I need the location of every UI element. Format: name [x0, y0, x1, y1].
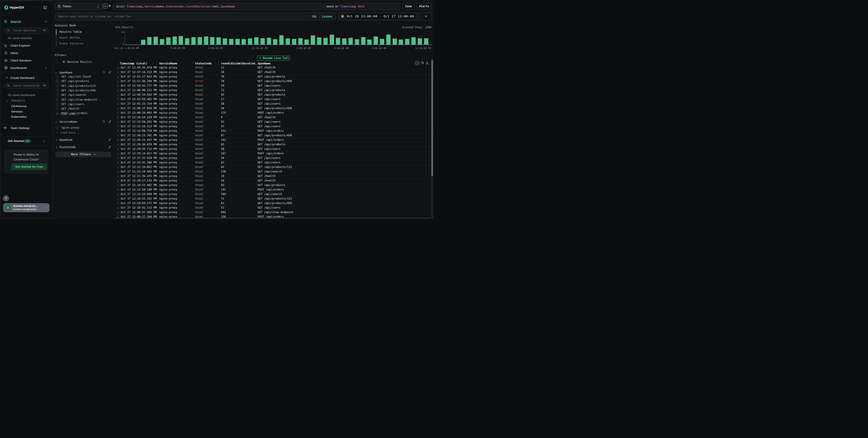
saved-searches-input[interactable]: Saved Searches ⌘K	[4, 28, 49, 34]
row-expand-chevron[interactable]	[117, 171, 118, 173]
filter-group-spanname[interactable]: SpanName	[59, 71, 72, 74]
horizontal-scrollbar[interactable]	[114, 217, 430, 219]
mode-event-patterns[interactable]: Event Patterns	[60, 42, 83, 45]
row-expand-chevron[interactable]	[117, 112, 118, 114]
row-expand-chevron[interactable]	[117, 67, 118, 69]
filter-option[interactable]: GET /health	[0, 107, 59, 111]
row-expand-chevron[interactable]	[117, 71, 118, 73]
histogram-bar[interactable]	[286, 38, 290, 44]
table-row[interactable]: Oct 27 12:59:35.478 PM nginx-proxy Unset…	[114, 66, 431, 70]
histogram-bar[interactable]	[348, 38, 353, 44]
histogram-bar[interactable]	[248, 38, 252, 44]
histogram-bar[interactable]	[154, 37, 158, 44]
pin-icon[interactable]	[108, 145, 111, 148]
histogram-bar[interactable]	[424, 38, 428, 44]
histogram-bar[interactable]	[198, 37, 202, 44]
filter-checkbox[interactable]	[56, 103, 59, 106]
histogram-bar[interactable]	[191, 37, 196, 44]
table-row[interactable]: Oct 27 12:53:17.623 PM nginx-proxy Unset…	[114, 75, 431, 79]
filter-checkbox[interactable]	[56, 98, 59, 101]
row-expand-chevron[interactable]	[117, 198, 118, 200]
histogram-bar[interactable]	[173, 36, 177, 44]
histogram-bar[interactable]	[298, 38, 303, 45]
filter-option[interactable]: POST /api/orders	[0, 111, 59, 116]
table-row[interactable]: Oct 27 12:57:14.313 PM nginx-proxy Unset…	[114, 70, 431, 75]
table-row[interactable]: Oct 27 12:13:24.048 PM nginx-proxy Unset…	[114, 192, 431, 197]
table-row[interactable]: Oct 27 12:21:36.435 PM nginx-proxy Unset…	[114, 174, 431, 179]
chevron-down-icon[interactable]	[55, 72, 57, 73]
save-button[interactable]: Save	[403, 3, 414, 9]
select-query-input[interactable]: SELECT Timestamp,ServiceName,StatusCode,…	[113, 3, 322, 10]
download-icon[interactable]	[425, 61, 429, 65]
table-row[interactable]: Oct 27 12:36:54.210 PM nginx-proxy Unset…	[114, 115, 431, 120]
chevron-up-icon[interactable]	[45, 67, 47, 70]
row-expand-chevron[interactable]	[117, 76, 118, 78]
row-expand-chevron[interactable]	[117, 175, 118, 177]
histogram-bar[interactable]	[179, 36, 183, 44]
filter-option[interactable]: GET /api/search	[0, 93, 59, 98]
row-expand-chevron[interactable]	[117, 148, 118, 150]
row-expand-chevron[interactable]	[117, 162, 118, 164]
row-expand-chevron[interactable]	[117, 85, 118, 87]
source-select[interactable]: Traces	[55, 3, 102, 10]
filter-value-label[interactable]: GET /api/slow-endpoint	[61, 98, 97, 101]
sidebar-item-search[interactable]: Search	[10, 20, 21, 24]
table-row[interactable]: Oct 27 12:32:18.313 PM nginx-proxy Unset…	[114, 124, 431, 129]
filter-checkbox[interactable]	[56, 126, 59, 129]
table-row[interactable]: Oct 27 12:40:20.093 PM nginx-proxy Unset…	[114, 111, 431, 115]
histogram-bar[interactable]	[317, 37, 321, 44]
load-more-button[interactable]: Load more	[61, 112, 75, 116]
row-expand-chevron[interactable]	[117, 80, 118, 82]
row-expand-chevron[interactable]	[117, 157, 118, 159]
histogram-bar[interactable]	[399, 39, 403, 44]
histogram-bar[interactable]	[323, 38, 328, 44]
histogram-bar[interactable]	[374, 36, 378, 44]
table-row[interactable]: Oct 27 12:25:42.306 PM nginx-proxy Unset…	[114, 161, 431, 165]
table-row[interactable]: Oct 27 12:20:27.133 PM nginx-proxy Unset…	[114, 178, 431, 183]
histogram-bar[interactable]	[216, 37, 221, 44]
resume-live-tail-button[interactable]: Resume Live Tail	[257, 56, 290, 61]
column-resize-handle[interactable]	[156, 62, 157, 64]
table-row[interactable]: Oct 27 12:22:10.403 PM nginx-proxy Unset…	[114, 169, 431, 174]
filter-group-servicename[interactable]: ServiceName	[59, 120, 77, 124]
histogram-bar[interactable]	[279, 35, 284, 44]
histogram-bar[interactable]	[418, 38, 422, 44]
row-expand-chevron[interactable]	[117, 139, 118, 141]
table-row[interactable]: Oct 27 12:19:53.482 PM nginx-proxy Unset…	[114, 183, 431, 188]
denoise-label[interactable]: Denoise Results	[67, 60, 92, 64]
pin-icon[interactable]	[108, 120, 111, 123]
table-row[interactable]: Oct 27 12:32:58.201 PM nginx-proxy Unset…	[114, 120, 431, 125]
filter-value-label[interactable]: GET /health	[61, 107, 79, 110]
pin-icon[interactable]	[108, 70, 111, 74]
histogram-bar[interactable]	[405, 39, 409, 44]
row-expand-chevron[interactable]	[117, 194, 118, 195]
histogram-bar[interactable]	[380, 39, 384, 44]
filter-checkbox[interactable]	[56, 107, 59, 110]
filter-value-label[interactable]: nginx-proxy	[61, 126, 79, 129]
histogram-bar[interactable]	[204, 36, 208, 44]
histogram-bar[interactable]	[411, 37, 416, 44]
view-source-icon[interactable]: <>	[415, 61, 419, 65]
filter-option[interactable]: GET /api/users	[0, 102, 59, 107]
row-expand-chevron[interactable]	[117, 189, 118, 191]
row-expand-chevron[interactable]	[117, 116, 118, 119]
table-row[interactable]: Oct 27 12:30:13.437 PM nginx-proxy Unset…	[114, 138, 431, 143]
filter-option[interactable]: GET /api/products/456	[0, 89, 59, 93]
chevron-right-icon[interactable]	[55, 146, 57, 148]
histogram-bar[interactable]	[223, 38, 227, 44]
histogram-bar[interactable]	[311, 35, 315, 44]
table-row[interactable]: Oct 27 12:29:14.817 PM nginx-proxy Unset…	[114, 151, 431, 156]
filter-option[interactable]: GET /api/slow-endpoint	[0, 98, 59, 102]
run-query-button[interactable]	[420, 12, 432, 20]
sidebar-item-dashboards[interactable]: Dashboards	[10, 66, 27, 70]
row-expand-chevron[interactable]	[117, 121, 118, 123]
column-resize-handle[interactable]	[193, 62, 194, 64]
row-expand-chevron[interactable]	[117, 108, 118, 109]
table-row[interactable]: Oct 27 12:44:10.832 PM nginx-proxy Unset…	[114, 93, 431, 97]
table-row[interactable]: Oct 27 12:10:42.713 PM nginx-proxy Unset…	[114, 206, 431, 210]
filter-checkbox[interactable]	[56, 89, 59, 92]
filter-group-spankind[interactable]: SpanKind	[59, 138, 72, 141]
help-button[interactable]: ?	[3, 195, 9, 201]
denoise-checkbox[interactable]	[56, 60, 59, 63]
histogram-bar[interactable]	[185, 38, 189, 44]
